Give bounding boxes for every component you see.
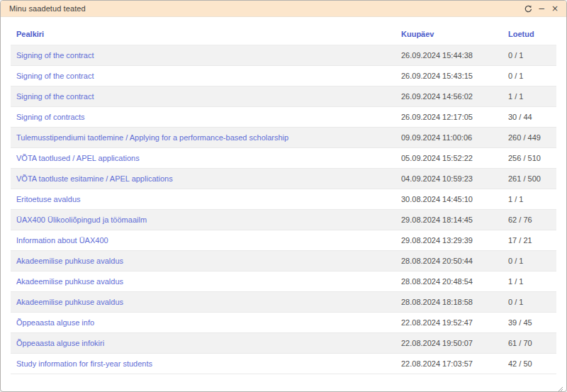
message-link[interactable]: Signing of the contract — [16, 92, 94, 101]
message-link[interactable]: VÕTA taotlused / APEL applications — [16, 154, 140, 162]
window-controls: − × — [524, 4, 559, 13]
table-row: Õppeaasta alguse infokiri22.08.2024 19:5… — [11, 332, 556, 353]
message-read-count: 260 / 449 — [503, 127, 556, 147]
message-date: 22.08.2024 19:52:47 — [395, 312, 503, 332]
window-title: Minu saadetud teated — [9, 4, 86, 13]
message-link[interactable]: VÕTA taotluste esitamine / APEL applicat… — [16, 174, 173, 183]
window-footer — [1, 374, 566, 392]
column-header-title[interactable]: Pealkiri — [11, 24, 395, 45]
table-row: Information about ÜAX40029.08.2024 13:29… — [11, 230, 556, 250]
table-row: VÕTA taotluste esitamine / APEL applicat… — [11, 168, 556, 189]
message-date: 05.09.2024 15:52:22 — [395, 147, 503, 168]
message-title-cell: Signing of contracts — [11, 106, 395, 127]
table-row: Signing of the contract26.09.2024 15:44:… — [11, 45, 556, 65]
message-link[interactable]: Signing of the contract — [16, 51, 94, 60]
column-header-date[interactable]: Kuupäev — [395, 24, 503, 45]
message-read-count: 42 / 50 — [503, 353, 556, 374]
message-title-cell: Tulemusstipendiumi taotlemine / Applying… — [11, 127, 395, 147]
refresh-icon[interactable] — [524, 4, 532, 13]
message-read-count: 256 / 510 — [503, 147, 556, 168]
message-title-cell: Õppeaasta alguse infokiri — [11, 332, 395, 353]
message-date: 30.08.2024 14:45:10 — [395, 189, 503, 209]
message-link[interactable]: Information about ÜAX400 — [16, 236, 108, 245]
message-date: 04.09.2024 10:59:23 — [395, 168, 503, 189]
message-read-count: 61 / 70 — [503, 332, 556, 353]
message-link[interactable]: Õppeaasta alguse infokiri — [16, 339, 104, 347]
message-title-cell: Signing of the contract — [11, 86, 395, 106]
message-read-count: 0 / 1 — [503, 250, 556, 271]
message-date: 09.09.2024 11:00:06 — [395, 127, 503, 147]
message-read-count: 0 / 1 — [503, 65, 556, 86]
message-read-count: 0 / 1 — [503, 45, 556, 65]
message-read-count: 261 / 500 — [503, 168, 556, 189]
message-read-count: 17 / 21 — [503, 230, 556, 250]
message-title-cell: Eritoetuse avaldus — [11, 189, 395, 209]
resize-grip-icon[interactable] — [557, 383, 563, 389]
message-link[interactable]: Study information for first-year student… — [16, 359, 152, 368]
message-read-count: 0 / 1 — [503, 291, 556, 312]
table-row: Signing of contracts26.09.2024 12:17:053… — [11, 106, 556, 127]
messages-window: Minu saadetud teated − × Pealkiri Kuupäe… — [0, 0, 567, 392]
table-row: Õppeaasta alguse info22.08.2024 19:52:47… — [11, 312, 556, 332]
messages-table: Pealkiri Kuupäev Loetud Signing of the c… — [11, 24, 556, 374]
message-link[interactable]: Tulemusstipendiumi taotlemine / Applying… — [16, 133, 288, 142]
message-link[interactable]: Akadeemilise puhkuse avaldus — [16, 277, 123, 286]
message-title-cell: Akadeemilise puhkuse avaldus — [11, 250, 395, 271]
message-read-count: 39 / 45 — [503, 312, 556, 332]
message-title-cell: Õppeaasta alguse info — [11, 312, 395, 332]
message-read-count: 62 / 76 — [503, 209, 556, 230]
message-date: 28.08.2024 20:50:44 — [395, 250, 503, 271]
message-date: 26.09.2024 15:43:15 — [395, 65, 503, 86]
message-title-cell: Akadeemilise puhkuse avaldus — [11, 291, 395, 312]
message-title-cell: Signing of the contract — [11, 45, 395, 65]
message-link[interactable]: Õppeaasta alguse info — [16, 318, 94, 327]
message-date: 22.08.2024 19:50:07 — [395, 332, 503, 353]
message-title-cell: Study information for first-year student… — [11, 353, 395, 374]
table-row: Akadeemilise puhkuse avaldus28.08.2024 1… — [11, 291, 556, 312]
table-row: Akadeemilise puhkuse avaldus28.08.2024 2… — [11, 271, 556, 291]
message-link[interactable]: Signing of the contract — [16, 72, 94, 80]
messages-content: Pealkiri Kuupäev Loetud Signing of the c… — [1, 17, 566, 374]
message-title-cell: VÕTA taotlused / APEL applications — [11, 147, 395, 168]
message-date: 29.08.2024 18:14:45 — [395, 209, 503, 230]
message-read-count: 1 / 1 — [503, 189, 556, 209]
table-header-row: Pealkiri Kuupäev Loetud — [11, 24, 556, 45]
table-row: Signing of the contract26.09.2024 14:56:… — [11, 86, 556, 106]
message-link[interactable]: Akadeemilise puhkuse avaldus — [16, 257, 123, 265]
minimize-icon[interactable]: − — [537, 4, 546, 13]
message-date: 22.08.2024 17:03:57 — [395, 353, 503, 374]
message-title-cell: Signing of the contract — [11, 65, 395, 86]
message-date: 29.08.2024 13:29:39 — [395, 230, 503, 250]
message-date: 26.09.2024 12:17:05 — [395, 106, 503, 127]
message-date: 26.09.2024 15:44:38 — [395, 45, 503, 65]
message-read-count: 1 / 1 — [503, 86, 556, 106]
message-title-cell: VÕTA taotluste esitamine / APEL applicat… — [11, 168, 395, 189]
window-titlebar: Minu saadetud teated − × — [1, 1, 566, 17]
message-date: 26.09.2024 14:56:02 — [395, 86, 503, 106]
table-row: Tulemusstipendiumi taotlemine / Applying… — [11, 127, 556, 147]
message-read-count: 1 / 1 — [503, 271, 556, 291]
message-date: 28.08.2024 20:48:54 — [395, 271, 503, 291]
message-title-cell: ÜAX400 Ülikooliõpingud ja töömaailm — [11, 209, 395, 230]
close-icon[interactable]: × — [551, 4, 559, 13]
table-body: Signing of the contract26.09.2024 15:44:… — [11, 45, 556, 374]
table-row: VÕTA taotlused / APEL applications05.09.… — [11, 147, 556, 168]
message-link[interactable]: Signing of contracts — [16, 113, 85, 121]
message-link[interactable]: Eritoetuse avaldus — [16, 195, 81, 203]
message-title-cell: Akadeemilise puhkuse avaldus — [11, 271, 395, 291]
table-row: Akadeemilise puhkuse avaldus28.08.2024 2… — [11, 250, 556, 271]
table-row: Signing of the contract26.09.2024 15:43:… — [11, 65, 556, 86]
message-link[interactable]: Akadeemilise puhkuse avaldus — [16, 298, 123, 306]
message-link[interactable]: ÜAX400 Ülikooliõpingud ja töömaailm — [16, 215, 147, 224]
message-read-count: 30 / 44 — [503, 106, 556, 127]
table-row: ÜAX400 Ülikooliõpingud ja töömaailm29.08… — [11, 209, 556, 230]
column-header-read[interactable]: Loetud — [503, 24, 556, 45]
table-row: Eritoetuse avaldus30.08.2024 14:45:101 /… — [11, 189, 556, 209]
message-title-cell: Information about ÜAX400 — [11, 230, 395, 250]
table-row: Study information for first-year student… — [11, 353, 556, 374]
message-date: 28.08.2024 18:18:58 — [395, 291, 503, 312]
